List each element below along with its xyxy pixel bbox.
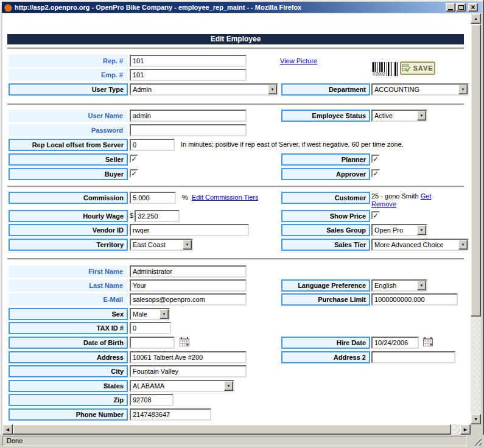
purchase-limit-label: Purchase Limit [281,293,370,306]
department-label: Department [281,83,370,96]
window-title: http://asp2.openpro.org - OpenPro Bike C… [13,4,482,11]
status-bar: Done [0,435,484,448]
section-divider [7,47,464,49]
planner-checkbox[interactable]: ✓ [371,155,380,163]
states-select[interactable]: ALABAMA ▼ [130,380,234,392]
minimize-button[interactable] [446,3,455,12]
show-price-checkbox[interactable]: ✓ [371,211,380,220]
last-name-input[interactable] [130,279,247,292]
emp-num-input[interactable] [130,69,247,81]
show-price-label: Show Price [281,210,370,222]
scroll-left-button[interactable]: ◀ [2,424,13,435]
dropdown-arrow-icon[interactable]: ▼ [458,240,468,250]
language-preference-select[interactable]: English ▼ [371,279,427,292]
barcode-image: ©2002 [372,62,398,76]
first-name-input[interactable] [130,265,247,278]
resize-grip[interactable] [473,437,482,446]
language-preference-value: English [373,281,417,290]
sales-group-label: Sales Group [281,224,370,236]
language-preference-label: Language Preference [281,279,370,292]
customer-value-block: 25 - gono Smith Get Remove [371,192,449,208]
purchase-limit-input[interactable] [371,293,458,306]
address2-input[interactable] [371,351,455,363]
department-select[interactable]: ACCOUNTING ▼ [371,83,469,96]
customer-get-link[interactable]: Get [421,192,432,200]
page-title: Edit Employee [7,34,464,44]
horizontal-scroll-thumb[interactable] [13,424,451,435]
commission-input[interactable] [130,192,176,204]
customer-remove-link[interactable]: Remove [371,200,396,208]
dropdown-arrow-icon[interactable]: ▼ [183,240,192,250]
planner-label: Planner [281,153,370,166]
close-button[interactable]: × [468,3,478,12]
save-button[interactable]: SAVE [400,61,435,75]
sex-label: Sex [9,308,128,320]
address2-label: Address 2 [281,351,370,363]
date-of-birth-input[interactable] [130,337,175,349]
sales-tier-label: Sales Tier [281,239,370,251]
edit-commission-tiers-link[interactable]: Edit Commission Tiers [192,194,258,201]
vendor-id-label: Vendor ID [9,224,128,236]
email-input[interactable] [130,293,247,306]
first-name-label: First Name [9,265,128,278]
approver-checkbox[interactable]: ✓ [371,169,380,178]
buyer-checkbox[interactable]: ✓ [130,169,138,178]
sex-select[interactable]: Male ▼ [130,308,170,320]
sales-group-select[interactable]: Open Pro ▼ [371,224,427,236]
city-input[interactable] [130,365,247,377]
user-name-label: User Name [9,110,128,122]
page-content: Edit Employee Rep. # View Picture ©2002 … [2,13,471,424]
customer-value: 25 - gono Smith [371,192,419,200]
user-name-input[interactable] [130,110,247,122]
dropdown-arrow-icon[interactable]: ▼ [224,381,233,391]
vertical-scrollbar[interactable]: ▲ ▼ [471,13,481,424]
firefox-icon [4,3,13,12]
hire-date-label: Hire Date [281,337,370,349]
scroll-up-button[interactable]: ▲ [471,13,481,24]
hourly-wage-prefix: $ [130,212,133,219]
rep-num-input[interactable] [130,55,247,67]
title-bar[interactable]: http://asp2.openpro.org - OpenPro Bike C… [2,2,482,13]
dropdown-arrow-icon[interactable]: ▼ [268,85,277,94]
emp-num-label: Emp. # [9,69,128,81]
email-label: E-Mail [9,293,128,306]
dropdown-arrow-icon[interactable]: ▼ [458,85,468,94]
sales-tier-select[interactable]: More Advanced Choice ▼ [371,239,469,251]
vertical-scroll-thumb[interactable] [471,24,481,317]
hire-date-input[interactable] [371,337,419,349]
hourly-wage-input[interactable] [135,210,180,222]
section-divider [7,258,464,260]
phone-number-input[interactable] [130,408,211,421]
dropdown-arrow-icon[interactable]: ▼ [417,281,426,290]
commission-label: Commission [9,192,128,204]
barcode-caption: ©2002 [372,72,386,76]
view-picture-link[interactable]: View Picture [280,57,317,65]
password-input[interactable] [130,124,247,136]
sales-tier-value: More Advanced Choice [373,240,458,250]
city-label: City [9,365,128,377]
horizontal-scrollbar[interactable]: ◀ ▶ [2,424,471,435]
scroll-right-button[interactable]: ▶ [460,424,471,435]
tax-id-input[interactable] [130,322,171,334]
dropdown-arrow-icon[interactable]: ▼ [160,309,169,319]
maximize-button[interactable] [456,3,466,12]
territory-select[interactable]: East Coast ▼ [130,239,193,251]
calendar-icon[interactable] [180,337,189,346]
status-text: Done [2,436,466,446]
employee-status-select[interactable]: Active ▼ [371,110,427,122]
vendor-id-input[interactable] [130,224,249,236]
dropdown-arrow-icon[interactable]: ▼ [417,225,426,235]
maximize-icon [458,5,464,10]
sales-group-value: Open Pro [373,225,417,235]
dropdown-arrow-icon[interactable]: ▼ [417,111,426,121]
scroll-down-button[interactable]: ▼ [471,414,481,424]
seller-checkbox[interactable]: ✓ [130,155,138,163]
minimize-icon [448,9,453,10]
zip-input[interactable] [130,394,174,406]
calendar-icon[interactable] [423,337,433,346]
address-input[interactable] [130,351,247,363]
rep-offset-input[interactable] [130,139,175,151]
close-icon: × [471,4,475,10]
rep-offset-label: Rep Local offset from Server [9,139,128,151]
user-type-select[interactable]: Admin ▼ [130,83,278,96]
